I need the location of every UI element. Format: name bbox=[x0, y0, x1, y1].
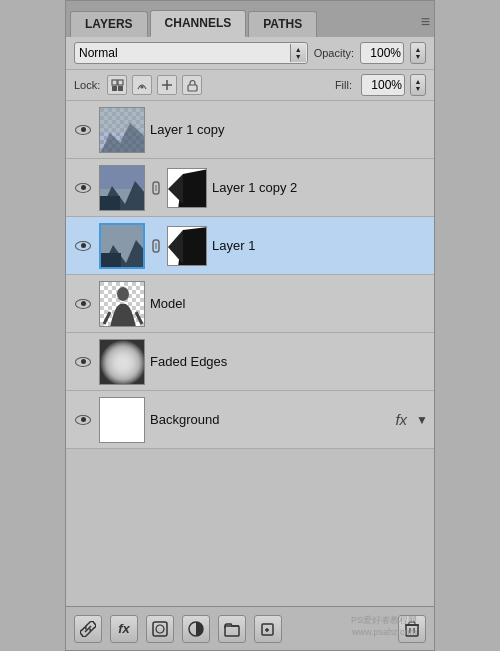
add-mask-button[interactable] bbox=[146, 615, 174, 643]
thumb-svg bbox=[100, 340, 145, 385]
svg-rect-24 bbox=[101, 253, 121, 269]
fx-button-label: fx bbox=[118, 621, 130, 636]
visibility-toggle[interactable] bbox=[72, 177, 94, 199]
svg-point-32 bbox=[117, 287, 129, 301]
opacity-label: Opacity: bbox=[314, 47, 354, 59]
layer-row[interactable]: Layer 1 bbox=[66, 217, 434, 275]
layer-row[interactable]: Layer 1 copy bbox=[66, 101, 434, 159]
new-adjustment-button[interactable] bbox=[182, 615, 210, 643]
watermark: PS爱好者教程网www.psahz.com bbox=[351, 614, 417, 639]
svg-rect-36 bbox=[100, 340, 145, 385]
svg-rect-2 bbox=[118, 80, 123, 85]
thumb-svg bbox=[101, 225, 145, 269]
panel-options-button[interactable]: ≡ bbox=[421, 13, 430, 37]
svg-rect-1 bbox=[118, 86, 123, 91]
tab-bar: LAYERS CHANNELS PATHS ≡ bbox=[66, 1, 434, 37]
eye-icon bbox=[75, 183, 91, 193]
lock-position-icon[interactable] bbox=[157, 75, 177, 95]
layer-row[interactable]: Background fx ▼ bbox=[66, 391, 434, 449]
new-group-button[interactable] bbox=[218, 615, 246, 643]
layer-name: Layer 1 bbox=[212, 238, 428, 253]
layer-row[interactable]: Layer 1 copy 2 bbox=[66, 159, 434, 217]
thumb-svg bbox=[100, 282, 145, 327]
add-layer-style-button[interactable]: fx bbox=[110, 615, 138, 643]
svg-point-4 bbox=[140, 85, 143, 88]
link-layers-button[interactable] bbox=[74, 615, 102, 643]
blend-mode-row: Normal Dissolve Multiply Screen Overlay … bbox=[66, 37, 434, 70]
visibility-toggle[interactable] bbox=[72, 235, 94, 257]
new-layer-button[interactable] bbox=[254, 615, 282, 643]
lock-transparent-icon[interactable] bbox=[107, 75, 127, 95]
fill-label: Fill: bbox=[335, 79, 352, 91]
layer-thumbnail bbox=[99, 397, 145, 443]
thumb-svg bbox=[100, 108, 145, 153]
eye-icon bbox=[75, 299, 91, 309]
blend-mode-select-wrap: Normal Dissolve Multiply Screen Overlay … bbox=[74, 42, 308, 64]
layer-name: Faded Edges bbox=[150, 354, 428, 369]
svg-rect-3 bbox=[112, 86, 117, 91]
layer-name: Model bbox=[150, 296, 428, 311]
layer-mask-thumbnail bbox=[167, 168, 207, 208]
lock-image-icon[interactable] bbox=[132, 75, 152, 95]
layer-thumbnail bbox=[99, 339, 145, 385]
tab-paths[interactable]: PATHS bbox=[248, 11, 317, 37]
thumb-svg bbox=[100, 398, 145, 443]
svg-rect-12 bbox=[100, 108, 145, 133]
thumb-svg bbox=[100, 166, 145, 211]
opacity-arrow-up: ▲ bbox=[415, 46, 422, 53]
opacity-arrow-down: ▼ bbox=[415, 53, 422, 60]
layer-mask-thumbnail bbox=[167, 226, 207, 266]
svg-rect-42 bbox=[225, 626, 239, 636]
visibility-toggle[interactable] bbox=[72, 351, 94, 373]
layer-thumbnail bbox=[99, 107, 145, 153]
eye-icon bbox=[75, 415, 91, 425]
eye-icon bbox=[75, 125, 91, 135]
visibility-toggle[interactable] bbox=[72, 409, 94, 431]
tab-layers[interactable]: LAYERS bbox=[70, 11, 148, 37]
layer-chain-icon bbox=[150, 180, 162, 196]
opacity-input[interactable] bbox=[360, 42, 404, 64]
layer-name: Layer 1 copy bbox=[150, 122, 428, 137]
eye-icon bbox=[75, 357, 91, 367]
svg-rect-7 bbox=[188, 85, 197, 91]
svg-rect-37 bbox=[100, 398, 145, 443]
opacity-arrow[interactable]: ▲ ▼ bbox=[410, 42, 426, 64]
layer-name: Background bbox=[150, 412, 390, 427]
fill-arrow-down: ▼ bbox=[415, 85, 422, 92]
layer-row[interactable]: Faded Edges bbox=[66, 333, 434, 391]
svg-rect-39 bbox=[153, 622, 167, 636]
layer-thumbnail bbox=[99, 281, 145, 327]
svg-rect-18 bbox=[100, 196, 120, 211]
layer-row[interactable]: Model bbox=[66, 275, 434, 333]
fill-arrow-up: ▲ bbox=[415, 78, 422, 85]
fx-dropdown-arrow[interactable]: ▼ bbox=[416, 413, 428, 427]
fill-arrow[interactable]: ▲ ▼ bbox=[410, 74, 426, 96]
eye-icon bbox=[75, 241, 91, 251]
tab-channels[interactable]: CHANNELS bbox=[150, 10, 247, 37]
svg-point-40 bbox=[156, 625, 164, 633]
fill-input[interactable] bbox=[361, 74, 405, 96]
svg-rect-0 bbox=[112, 80, 117, 85]
layers-list: Layer 1 copy bbox=[66, 101, 434, 606]
layers-panel: LAYERS CHANNELS PATHS ≡ Normal Dissolve … bbox=[65, 0, 435, 651]
visibility-toggle[interactable] bbox=[72, 119, 94, 141]
lock-row: Lock: Fill: ▲ ▼ bbox=[66, 70, 434, 101]
layer-name: Layer 1 copy 2 bbox=[212, 180, 428, 195]
lock-label: Lock: bbox=[74, 79, 100, 91]
lock-all-icon[interactable] bbox=[182, 75, 202, 95]
blend-mode-select[interactable]: Normal Dissolve Multiply Screen Overlay bbox=[74, 42, 308, 64]
layer-chain-icon bbox=[150, 238, 162, 254]
visibility-toggle[interactable] bbox=[72, 293, 94, 315]
layer-thumbnail bbox=[99, 165, 145, 211]
layer-thumbnail bbox=[99, 223, 145, 269]
fx-label: fx bbox=[395, 411, 407, 428]
